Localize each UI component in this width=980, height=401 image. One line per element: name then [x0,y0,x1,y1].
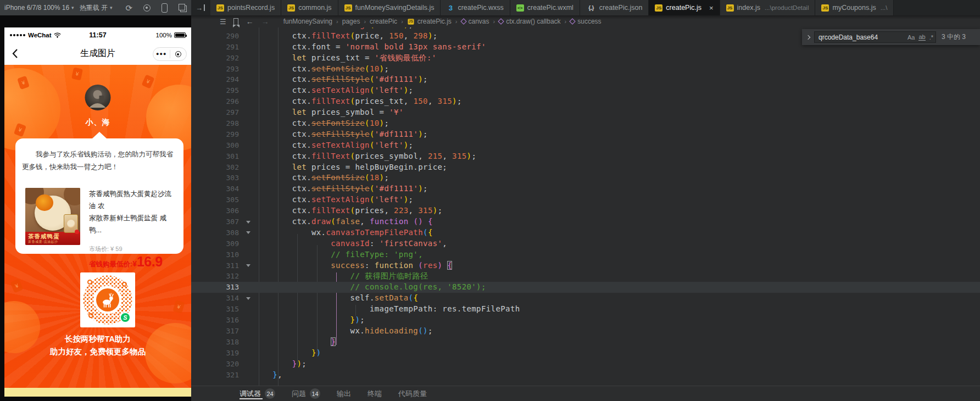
code-line-315[interactable]: 315 imageTempPath: res.tempFilePath [191,304,980,315]
code-line-301[interactable]: 301 ctx.fillText(prices_symbol, 215, 315… [191,151,980,162]
js-file-icon: JS [408,19,414,24]
code-line-318[interactable]: 318 } [191,337,980,348]
record-icon[interactable] [143,4,151,12]
code-line-319[interactable]: 319 }) [191,348,980,359]
navigate-back-icon[interactable]: ← [246,17,254,26]
deer-icon [98,291,117,309]
symbol-icon [460,18,466,24]
code-line-321[interactable]: 321 }, [191,370,980,381]
product-image: 茶香咸鸭蛋 茶香咸蛋-流油起沙 [25,188,80,245]
tab-createPic.wxml[interactable]: <>createPic.wxml [510,0,580,15]
user-nickname: 小、海 [4,118,191,127]
wxss-file-icon: 3 [447,4,454,12]
bookmark-icon[interactable] [233,18,238,25]
symbol-icon [498,18,504,24]
long-press-tip: 长按两秒帮TA助力 助力好友，免费领更多物品 [4,333,191,358]
code-line-290[interactable]: 290 ctx.fillText(price, 150, 298); [191,31,980,42]
js-file-icon: JS [655,4,662,12]
code-line-311[interactable]: 311 success: function (res) { [191,260,980,271]
close-target-icon[interactable] [170,51,187,57]
panel-tab-问题[interactable]: 问题14 [292,386,320,401]
js-file-icon: JS [821,4,829,12]
code-editor[interactable]: 289 ctx.setTextAlign('left');290 ctx.fil… [191,27,980,386]
breadcrumb-item-ctx.draw() callback[interactable]: ctx.draw() callback [499,18,560,25]
invite-card: 我参与了欢乐省钱购活动，您的助力可帮我省更多钱，快来助我一臂之力吧！ 茶香咸鸭蛋… [15,138,183,254]
debug-panel-bar: 调试器24问题14输出终端代码质量 [191,386,980,401]
avatar [85,85,111,110]
code-line-313[interactable]: 313 // console.log(res, '8520'); [191,282,980,293]
code-line-292[interactable]: 292 let prices_txt = '省钱购最低价:' [191,53,980,64]
close-tab-icon[interactable]: × [709,4,714,12]
navigate-forward-icon[interactable]: → [261,17,269,26]
deal-price: 省钱购最低价:¥16.9 [89,254,178,270]
phone-screen: WeChat 11:57 100% 生成图片 ●●● [4,27,191,397]
code-line-299[interactable]: 299 ctx.setFillStyle('#df1111'); [191,129,980,140]
code-line-291[interactable]: 291 ctx.font = 'normal bold 13px sans-se… [191,42,980,53]
phone-status-bar: WeChat 11:57 100% [4,27,191,43]
breadcrumb: funMoneySaving›pages›createPic›JScreateP… [283,18,602,25]
battery-icon [174,32,186,38]
capsule-menu[interactable]: ●●● [153,47,187,61]
panel-tab-输出[interactable]: 输出 [337,386,351,401]
tab-pointsRecord.js[interactable]: JSpointsRecord.js [210,0,281,15]
tab-createPic.json[interactable]: {..}createPic.json [580,0,649,15]
code-line-296[interactable]: 296 ctx.fillText(prices_txt, 150, 315); [191,96,980,107]
simulator-panel: iPhone 6/7/8 100% 16 ▾ 热重载 开 ▾ ⟳ WeChat [0,0,191,401]
panel-tab-终端[interactable]: 终端 [368,386,382,401]
more-icon[interactable]: ●●● [153,47,170,61]
code-line-308[interactable]: 308 wx.canvasToTempFilePath({ [191,227,980,238]
simulator-actions: ⟳ [126,3,187,13]
symbol-icon [570,18,576,24]
save-image-button[interactable] [4,388,191,397]
wxml-file-icon: <> [516,4,524,12]
code-line-298[interactable]: 298 ctx.setFontSize(10); [191,118,980,129]
code-line-309[interactable]: 309 canvasId: 'firstCanvas', [191,238,980,249]
code-line-293[interactable]: 293 ctx.setFontSize(10); [191,64,980,75]
code-line-302[interactable]: 302 let prices = helpBuyBegin.price; [191,162,980,173]
breadcrumb-bar: ☰ ← → funMoneySaving›pages›createPic›JSc… [191,15,980,27]
code-line-320[interactable]: 320 }); [191,359,980,370]
refresh-icon[interactable]: ⟳ [126,4,133,12]
code-line-294[interactable]: 294 ctx.setFillStyle('#df1111'); [191,74,980,85]
code-line-306[interactable]: 306 ctx.fillText(prices, 223, 315); [191,205,980,216]
code-line-305[interactable]: 305 ctx.setTextAlign('left'); [191,194,980,205]
badge-dot [75,230,79,234]
code-line-316[interactable]: 316 }); [191,315,980,326]
editor-tab-bar: → JSpointsRecord.jsJScommon.jsJSfunMoney… [191,0,980,15]
code-line-312[interactable]: 312 // 获得图片临时路径 [191,271,980,282]
code-line-300[interactable]: 300 ctx.setTextAlign('left'); [191,140,980,151]
outline-icon[interactable]: ☰ [220,18,226,26]
tab-common.js[interactable]: JScommon.js [281,0,338,15]
code-line-297[interactable]: 297 let prices_symbol = '¥' [191,107,980,118]
breadcrumb-item-success[interactable]: success [570,18,601,25]
js-file-icon: JS [287,4,295,12]
tab-funMoneySavingDetails.js[interactable]: JSfunMoneySavingDetails.js [338,0,441,15]
panel-tab-调试器[interactable]: 调试器24 [240,386,275,401]
panel-tab-代码质量[interactable]: 代码质量 [398,386,427,401]
device-orientation-icon[interactable] [162,3,168,13]
wechat-devtools-window: iPhone 6/7/8 100% 16 ▾ 热重载 开 ▾ ⟳ WeChat [0,0,980,401]
mini-program-badge-icon: S [120,312,131,323]
code-line-303[interactable]: 303 ctx.setFontSize(18); [191,172,980,183]
open-editors-icon[interactable]: → [191,0,210,15]
code-line-314[interactable]: 314 self.setData({ [191,293,980,304]
breadcrumb-item-funMoneySaving[interactable]: funMoneySaving [283,18,332,25]
hot-reload-toggle[interactable]: 热重载 开 ▾ [80,3,113,13]
code-line-317[interactable]: 317 wx.hideLoading(); [191,326,980,337]
code-line-307[interactable]: 307 ctx.draw(false, function () { [191,216,980,227]
product-title: 茶香咸鸭蛋熟大蛋黄起沙流油 农 家散养新鲜土鸭蛋盐蛋 咸鸭... [89,188,178,236]
multi-window-icon[interactable] [179,4,187,12]
breadcrumb-item-pages[interactable]: pages [342,18,360,25]
breadcrumb-item-createPic.js[interactable]: JScreatePic.js [407,18,452,25]
code-line-310[interactable]: 310 // fileType: 'png', [191,249,980,260]
tab-createPic.wxss[interactable]: 3createPic.wxss [441,0,510,15]
code-line-295[interactable]: 295 ctx.setTextAlign('left'); [191,85,980,96]
tab-index.js[interactable]: JSindex.js...\productDetail [720,0,816,15]
tab-createPic.js[interactable]: JScreatePic.js× [649,0,720,15]
device-selector[interactable]: iPhone 6/7/8 100% 16 ▾ [4,4,74,12]
tab-myCoupons.js[interactable]: JSmyCoupons.js...\ [815,0,894,15]
breadcrumb-item-createPic[interactable]: createPic [370,18,397,25]
code-line-304[interactable]: 304 ctx.setFillStyle('#df1111'); [191,183,980,194]
breadcrumb-item-canvas[interactable]: canvas [461,18,489,25]
code-logo [95,287,120,313]
